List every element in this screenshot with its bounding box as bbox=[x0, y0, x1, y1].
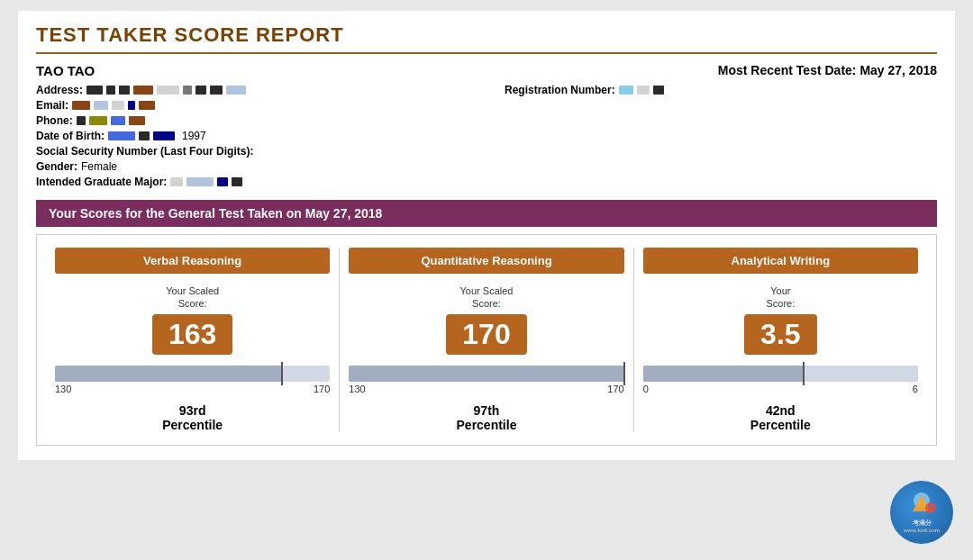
verbal-score: 163 bbox=[152, 314, 232, 355]
verbal-percentile: 93rdPercentile bbox=[162, 403, 223, 432]
address-label: Address: bbox=[36, 84, 83, 96]
phone-label: Phone: bbox=[36, 114, 73, 127]
writing-bar-min: 0 bbox=[643, 384, 649, 394]
watermark-text: 考满分 bbox=[913, 519, 932, 528]
quant-bar-min: 130 bbox=[349, 384, 365, 394]
writing-percentile: 42ndPercentile bbox=[750, 403, 811, 432]
verbal-title: Verbal Reasoning bbox=[55, 248, 330, 274]
major-label: Intended Graduate Major: bbox=[36, 176, 167, 188]
quant-bar-max: 170 bbox=[607, 384, 623, 394]
report-title: TEST TAKER SCORE REPORT bbox=[36, 23, 937, 54]
watermark-logo: 考满分 www.kmf.com bbox=[890, 481, 953, 544]
verbal-bar-max: 170 bbox=[314, 384, 330, 394]
verbal-bar-min: 130 bbox=[55, 384, 71, 394]
gender-row: Gender: Female bbox=[36, 160, 468, 173]
student-name: TAO TAO bbox=[36, 63, 95, 78]
writing-score-label: YourScore: bbox=[766, 285, 795, 311]
scores-container: Verbal Reasoning Your ScaledScore: 163 1… bbox=[36, 234, 937, 446]
ssn-row: Social Security Number (Last Four Digits… bbox=[36, 145, 468, 158]
registration-row: Registration Number: bbox=[505, 84, 937, 96]
email-row: Email: bbox=[36, 99, 468, 112]
quant-title: Quantitative Reasoning bbox=[349, 248, 623, 274]
quant-bar: 130 170 bbox=[349, 366, 623, 394]
gender-label: Gender: bbox=[36, 160, 77, 173]
quantitative-reasoning-panel: Quantitative Reasoning Your ScaledScore:… bbox=[340, 248, 633, 432]
phone-row: Phone: bbox=[36, 114, 468, 127]
dob-label: Date of Birth: bbox=[36, 130, 105, 142]
svg-point-2 bbox=[925, 502, 936, 513]
verbal-score-label: Your ScaledScore: bbox=[166, 285, 219, 311]
test-date: Most Recent Test Date: May 27, 2018 bbox=[718, 63, 937, 77]
quant-score-label: Your ScaledScore: bbox=[460, 285, 514, 311]
watermark-url: www.kmf.com bbox=[904, 528, 940, 533]
dob-year: 1997 bbox=[182, 130, 206, 142]
section-header: Your Scores for the General Test Taken o… bbox=[36, 200, 937, 227]
verbal-reasoning-panel: Verbal Reasoning Your ScaledScore: 163 1… bbox=[46, 248, 340, 432]
dob-row: Date of Birth: 1997 bbox=[36, 130, 468, 142]
ssn-label: Social Security Number (Last Four Digits… bbox=[36, 145, 253, 158]
writing-title: Analytical Writing bbox=[643, 248, 918, 274]
address-row: Address: bbox=[36, 84, 468, 96]
analytical-writing-panel: Analytical Writing YourScore: 3.5 0 6 42… bbox=[634, 248, 927, 432]
quant-percentile: 97thPercentile bbox=[457, 403, 517, 432]
registration-label: Registration Number: bbox=[505, 84, 615, 96]
writing-bar-max: 6 bbox=[913, 384, 918, 394]
major-row: Intended Graduate Major: bbox=[36, 176, 468, 188]
writing-score: 3.5 bbox=[744, 314, 816, 355]
verbal-bar: 130 170 bbox=[55, 366, 330, 394]
writing-bar: 0 6 bbox=[643, 366, 918, 394]
email-label: Email: bbox=[36, 99, 68, 112]
gender-value: Female bbox=[81, 160, 117, 173]
quant-score: 170 bbox=[446, 314, 526, 355]
